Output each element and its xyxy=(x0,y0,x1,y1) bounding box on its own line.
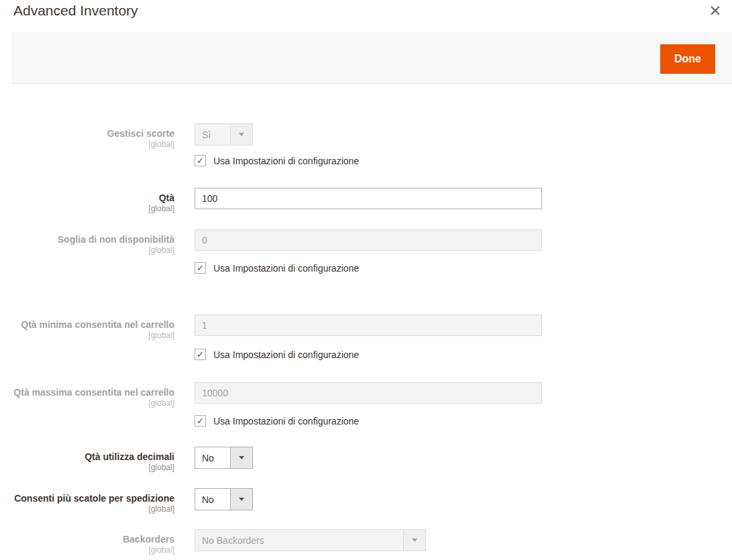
field-label-block: Qtà utilizza decimali [global] xyxy=(0,447,174,473)
use-config-label: Usa Impostazioni di configurazione xyxy=(213,349,359,360)
checkbox-check-icon[interactable]: ✓ xyxy=(195,262,206,274)
field-label-block: Soglia di non disponibilità [global] xyxy=(0,229,174,256)
field-label-block: Backorders [global] xyxy=(0,529,174,555)
multiple-boxes-select[interactable]: No xyxy=(195,488,253,510)
select-value: No xyxy=(195,447,230,468)
field-label: Backorders xyxy=(0,534,174,545)
field-row-multiple-boxes: Consenti più scatole per spedizione [glo… xyxy=(0,488,732,514)
field-label: Qtà minima consentita nel carrello xyxy=(0,319,174,331)
checkbox-check-icon[interactable]: ✓ xyxy=(195,349,206,360)
field-row-manage-stock: Gestisci scorte [global] Sì xyxy=(0,123,732,150)
field-label: Gestisci scorte xyxy=(0,128,174,139)
min-qty-cart-input xyxy=(195,315,542,336)
use-config-max-qty-checkbox[interactable]: ✓ Usa Impostazioni di configurazione xyxy=(195,415,359,427)
field-row-qty: Qtà [global] xyxy=(0,188,732,214)
field-row-out-of-stock-threshold: Soglia di non disponibilità [global] xyxy=(0,229,732,256)
field-label: Qtà massima consentita nel carrello xyxy=(0,387,174,398)
field-label-block: Qtà massima consentita nel carrello [glo… xyxy=(0,382,174,408)
scope-label: [global] xyxy=(0,398,174,408)
use-config-label: Usa Impostazioni di configurazione xyxy=(213,263,359,274)
qty-input[interactable] xyxy=(195,188,542,209)
manage-stock-select: Sì xyxy=(195,123,253,146)
checkbox-check-icon[interactable]: ✓ xyxy=(195,155,206,166)
use-config-label: Usa Impostazioni di configurazione xyxy=(213,156,359,166)
advanced-inventory-modal: Advanced Inventory ✕ Done Gestisci scort… xyxy=(0,0,732,560)
scope-label: [global] xyxy=(0,331,174,341)
use-config-manage-stock-checkbox[interactable]: ✓ Usa Impostazioni di configurazione xyxy=(195,155,359,166)
field-label: Consenti più scatole per spedizione xyxy=(0,493,174,504)
select-value: Sì xyxy=(195,124,230,145)
out-of-stock-threshold-input xyxy=(195,229,542,251)
chevron-down-icon xyxy=(403,530,425,551)
scope-label: [global] xyxy=(0,463,174,473)
select-value: No Backorders xyxy=(195,530,403,551)
use-config-label: Usa Impostazioni di configurazione xyxy=(213,416,359,427)
scope-label: [global] xyxy=(0,504,174,514)
field-row-backorders: Backorders [global] No Backorders xyxy=(0,529,732,555)
field-label-block: Consenti più scatole per spedizione [glo… xyxy=(0,488,174,514)
scope-label: [global] xyxy=(0,204,174,214)
modal-toolbar: Done xyxy=(11,32,732,84)
max-qty-cart-input xyxy=(195,382,542,404)
use-config-min-qty-checkbox[interactable]: ✓ Usa Impostazioni di configurazione xyxy=(195,349,359,360)
page-title: Advanced Inventory xyxy=(13,3,138,19)
chevron-down-icon[interactable] xyxy=(230,489,252,510)
done-button[interactable]: Done xyxy=(660,44,715,74)
checkbox-check-icon[interactable]: ✓ xyxy=(195,415,206,427)
field-label: Qtà xyxy=(0,192,174,204)
field-row-max-qty-cart: Qtà massima consentita nel carrello [glo… xyxy=(0,382,732,408)
chevron-down-icon[interactable] xyxy=(230,447,252,468)
field-label-block: Qtà [global] xyxy=(0,188,174,214)
select-value: No xyxy=(195,489,230,510)
field-row-qty-uses-decimals: Qtà utilizza decimali [global] No xyxy=(0,447,732,473)
field-label-block: Gestisci scorte [global] xyxy=(0,123,174,150)
chevron-down-icon xyxy=(230,124,252,145)
scope-label: [global] xyxy=(0,245,174,256)
field-label: Soglia di non disponibilità xyxy=(0,234,174,245)
field-row-min-qty-cart: Qtà minima consentita nel carrello [glob… xyxy=(0,315,732,341)
scope-label: [global] xyxy=(0,545,174,555)
backorders-select: No Backorders xyxy=(195,529,426,551)
scope-label: [global] xyxy=(0,139,174,150)
qty-uses-decimals-select[interactable]: No xyxy=(195,447,253,469)
close-icon[interactable]: ✕ xyxy=(704,0,726,21)
use-config-threshold-checkbox[interactable]: ✓ Usa Impostazioni di configurazione xyxy=(195,262,359,274)
field-label: Qtà utilizza decimali xyxy=(0,451,174,463)
field-label-block: Qtà minima consentita nel carrello [glob… xyxy=(0,315,174,341)
